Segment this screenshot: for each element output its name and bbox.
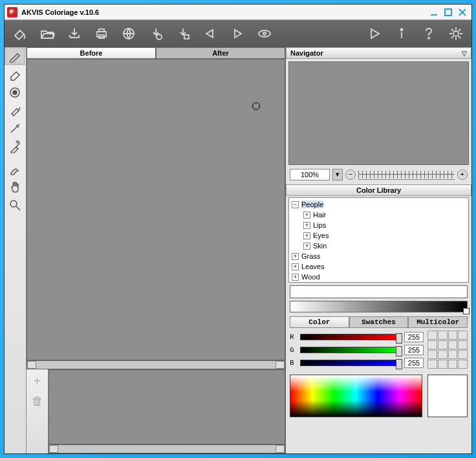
svg-rect-9 bbox=[184, 35, 189, 39]
gradient-slider[interactable] bbox=[290, 301, 468, 312]
tree-toggle-icon[interactable]: + bbox=[292, 263, 299, 270]
zoom-slider[interactable] bbox=[358, 169, 455, 180]
batch-icon[interactable] bbox=[147, 25, 165, 43]
swatch-cell[interactable] bbox=[448, 331, 458, 340]
rgb-row-r: R 255 bbox=[290, 331, 424, 344]
navigator-preview[interactable] bbox=[288, 61, 469, 165]
tree-item[interactable]: +Leaves bbox=[289, 261, 468, 272]
bucket-tool-icon[interactable] bbox=[11, 25, 29, 43]
zoom-value[interactable]: 100% bbox=[290, 169, 330, 180]
presets-icon[interactable] bbox=[174, 25, 192, 43]
slider-b[interactable] bbox=[300, 360, 400, 366]
tree-item[interactable]: −People bbox=[289, 199, 468, 210]
swatch-grid bbox=[427, 331, 468, 369]
run-button-icon[interactable] bbox=[365, 25, 384, 43]
slider-r[interactable] bbox=[300, 334, 400, 340]
tree-item[interactable]: +Eyes bbox=[289, 230, 468, 241]
swatch-cell[interactable] bbox=[458, 350, 468, 359]
swatch-cell[interactable] bbox=[448, 350, 458, 359]
value-r[interactable]: 255 bbox=[404, 332, 424, 342]
print-icon[interactable] bbox=[92, 25, 111, 43]
undo-icon[interactable] bbox=[201, 25, 219, 43]
swatch-cell[interactable] bbox=[438, 350, 448, 359]
tree-toggle-icon[interactable]: + bbox=[303, 212, 310, 219]
hand-tool[interactable] bbox=[5, 178, 25, 196]
canvas[interactable] bbox=[27, 59, 285, 360]
help-icon[interactable] bbox=[420, 25, 438, 43]
tree-toggle-icon[interactable]: + bbox=[303, 243, 310, 250]
scroll-right-icon[interactable] bbox=[276, 361, 285, 369]
tree-item[interactable]: +Skin bbox=[289, 241, 468, 251]
magic-tool[interactable] bbox=[5, 120, 25, 138]
scroll-left-icon[interactable] bbox=[27, 361, 36, 369]
zoom-tool[interactable] bbox=[5, 196, 25, 214]
value-b[interactable]: 255 bbox=[404, 358, 424, 368]
tree-item[interactable]: +Hair bbox=[289, 210, 468, 220]
swatch-cell[interactable] bbox=[448, 360, 458, 369]
swatch-cell[interactable] bbox=[427, 331, 437, 340]
tree-item[interactable]: +Wood bbox=[289, 272, 468, 282]
tree-toggle-icon[interactable]: + bbox=[292, 253, 299, 260]
web-export-icon[interactable] bbox=[120, 25, 138, 43]
maximize-button[interactable] bbox=[442, 6, 455, 18]
open-file-icon[interactable] bbox=[38, 25, 56, 43]
settings-icon[interactable] bbox=[447, 25, 465, 43]
tree-item[interactable]: +Grass bbox=[289, 251, 468, 261]
zoom-out-button[interactable]: − bbox=[345, 169, 356, 180]
tree-toggle-icon[interactable]: + bbox=[292, 274, 299, 281]
close-button[interactable] bbox=[456, 6, 469, 18]
swatch-cell[interactable] bbox=[438, 331, 448, 340]
slider-g[interactable] bbox=[300, 347, 400, 353]
svg-point-15 bbox=[453, 31, 459, 36]
swatch-cell[interactable] bbox=[427, 340, 437, 349]
tree-toggle-icon[interactable]: + bbox=[303, 232, 310, 239]
brush-tool[interactable] bbox=[5, 160, 25, 178]
canvas-hscroll[interactable] bbox=[27, 360, 285, 369]
eyedropper-tool[interactable] bbox=[5, 138, 25, 156]
filmstrip[interactable] bbox=[49, 369, 285, 444]
redo-icon[interactable] bbox=[228, 25, 246, 43]
scroll-left-icon[interactable] bbox=[49, 445, 58, 453]
current-color-swatch[interactable] bbox=[427, 375, 468, 417]
tree-toggle-icon[interactable]: + bbox=[303, 222, 310, 229]
color-spectrum[interactable] bbox=[290, 375, 422, 417]
selected-color-box[interactable] bbox=[290, 285, 468, 298]
tree-item[interactable]: +Lips bbox=[289, 220, 468, 230]
swatch-cell[interactable] bbox=[458, 360, 468, 369]
picker-row bbox=[290, 375, 468, 417]
swatch-cell[interactable] bbox=[448, 340, 458, 349]
info-icon[interactable] bbox=[393, 25, 411, 43]
swatch-cell[interactable] bbox=[427, 350, 437, 359]
tab-swatches[interactable]: Swatches bbox=[349, 316, 409, 328]
tube-tool[interactable] bbox=[5, 102, 25, 120]
swatch-cell[interactable] bbox=[438, 360, 448, 369]
swatch-cell[interactable] bbox=[458, 340, 468, 349]
zoom-dropdown[interactable]: ▾ bbox=[332, 169, 343, 180]
zoom-in-button[interactable]: + bbox=[457, 169, 468, 180]
delete-frame-button[interactable]: 🗑 bbox=[32, 395, 43, 408]
swatch-cell[interactable] bbox=[438, 340, 448, 349]
tree-toggle-icon[interactable]: − bbox=[292, 201, 299, 208]
pencil-tool[interactable] bbox=[5, 47, 25, 65]
minimize-button[interactable] bbox=[427, 6, 440, 18]
filmstrip-hscroll[interactable] bbox=[49, 444, 285, 453]
tab-before[interactable]: Before bbox=[27, 47, 156, 59]
eraser-tool[interactable] bbox=[5, 65, 25, 83]
tab-color[interactable]: Color bbox=[290, 316, 349, 328]
rgb-sliders: R 255 G 255 B 255 bbox=[290, 331, 424, 369]
collapse-icon[interactable]: ▽ bbox=[462, 50, 467, 57]
swatch-cell[interactable] bbox=[458, 331, 468, 340]
tab-after[interactable]: After bbox=[156, 47, 285, 59]
scroll-right-icon[interactable] bbox=[276, 445, 285, 453]
preview-icon[interactable] bbox=[255, 25, 274, 43]
svg-point-14 bbox=[428, 38, 429, 39]
library-tree[interactable]: −People+Hair+Lips+Eyes+Skin+Grass+Leaves… bbox=[288, 197, 469, 283]
save-file-icon[interactable] bbox=[65, 25, 83, 43]
swatch-cell[interactable] bbox=[427, 360, 437, 369]
value-g[interactable]: 255 bbox=[404, 345, 424, 355]
brush-cursor-icon bbox=[252, 102, 260, 110]
keep-color-tool[interactable] bbox=[5, 83, 25, 102]
add-frame-button[interactable]: + bbox=[34, 375, 41, 388]
tab-multicolor[interactable]: Multicolor bbox=[408, 316, 468, 328]
tree-item-label: Hair bbox=[313, 211, 326, 219]
